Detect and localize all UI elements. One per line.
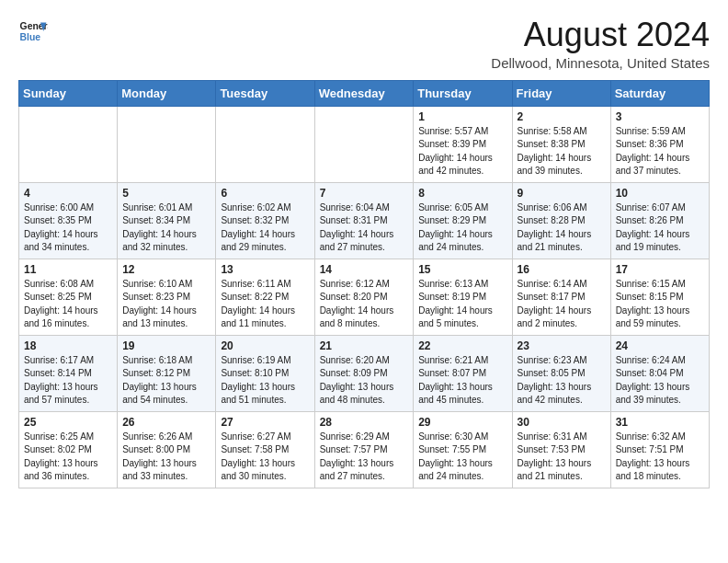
day-info: Sunrise: 6:27 AMSunset: 7:58 PMDaylight:… <box>221 431 309 484</box>
day-number: 9 <box>518 187 606 200</box>
calendar-cell: 16Sunrise: 6:14 AMSunset: 8:17 PMDayligh… <box>512 259 610 335</box>
calendar-table: SundayMondayTuesdayWednesdayThursdayFrid… <box>18 80 710 488</box>
calendar-cell: 17Sunrise: 6:15 AMSunset: 8:15 PMDayligh… <box>610 259 709 335</box>
title-block: August 2024 Dellwood, Minnesota, United … <box>491 17 710 71</box>
col-header-saturday: Saturday <box>610 80 709 106</box>
day-number: 21 <box>320 339 409 352</box>
day-number: 26 <box>122 416 210 429</box>
calendar-cell: 26Sunrise: 6:26 AMSunset: 8:00 PMDayligh… <box>118 411 216 488</box>
calendar-cell: 25Sunrise: 6:25 AMSunset: 8:02 PMDayligh… <box>19 411 118 488</box>
day-info: Sunrise: 6:25 AMSunset: 8:02 PMDaylight:… <box>24 431 112 484</box>
day-number: 4 <box>24 187 112 200</box>
day-number: 17 <box>616 263 704 276</box>
calendar-cell <box>216 106 314 182</box>
day-info: Sunrise: 6:00 AMSunset: 8:35 PMDaylight:… <box>24 201 112 255</box>
calendar-cell <box>118 106 216 182</box>
day-info: Sunrise: 6:30 AMSunset: 7:55 PMDaylight:… <box>418 431 506 484</box>
day-number: 23 <box>518 339 606 352</box>
day-number: 31 <box>616 416 704 429</box>
day-info: Sunrise: 6:12 AMSunset: 8:20 PMDaylight:… <box>320 278 409 331</box>
logo-icon: General Blue <box>18 17 48 46</box>
calendar-cell: 1Sunrise: 5:57 AMSunset: 8:39 PMDaylight… <box>414 106 512 182</box>
day-info: Sunrise: 6:06 AMSunset: 8:28 PMDaylight:… <box>518 201 606 255</box>
day-number: 20 <box>221 339 309 352</box>
day-info: Sunrise: 6:15 AMSunset: 8:15 PMDaylight:… <box>616 278 704 331</box>
day-number: 30 <box>518 416 606 429</box>
col-header-tuesday: Tuesday <box>216 80 314 106</box>
col-header-friday: Friday <box>512 80 610 106</box>
day-number: 15 <box>418 263 506 276</box>
day-info: Sunrise: 6:14 AMSunset: 8:17 PMDaylight:… <box>518 278 606 331</box>
day-number: 19 <box>122 339 210 352</box>
calendar-cell: 10Sunrise: 6:07 AMSunset: 8:26 PMDayligh… <box>610 182 709 259</box>
day-number: 14 <box>320 263 409 276</box>
calendar-cell: 22Sunrise: 6:21 AMSunset: 8:07 PMDayligh… <box>414 335 512 411</box>
calendar-cell: 20Sunrise: 6:19 AMSunset: 8:10 PMDayligh… <box>216 335 314 411</box>
day-number: 10 <box>616 187 704 200</box>
calendar-cell: 19Sunrise: 6:18 AMSunset: 8:12 PMDayligh… <box>118 335 216 411</box>
day-info: Sunrise: 6:01 AMSunset: 8:34 PMDaylight:… <box>122 201 210 255</box>
day-number: 18 <box>24 339 112 352</box>
calendar-cell: 4Sunrise: 6:00 AMSunset: 8:35 PMDaylight… <box>19 182 118 259</box>
day-number: 25 <box>24 416 112 429</box>
day-info: Sunrise: 6:32 AMSunset: 7:51 PMDaylight:… <box>616 431 704 484</box>
calendar-cell: 12Sunrise: 6:10 AMSunset: 8:23 PMDayligh… <box>118 259 216 335</box>
day-info: Sunrise: 6:13 AMSunset: 8:19 PMDaylight:… <box>418 278 506 331</box>
day-number: 8 <box>418 187 506 200</box>
subtitle: Dellwood, Minnesota, United States <box>491 55 710 71</box>
day-number: 27 <box>221 416 309 429</box>
day-info: Sunrise: 6:07 AMSunset: 8:26 PMDaylight:… <box>616 201 704 255</box>
day-number: 29 <box>418 416 506 429</box>
calendar-cell: 6Sunrise: 6:02 AMSunset: 8:32 PMDaylight… <box>216 182 314 259</box>
day-number: 13 <box>221 263 309 276</box>
calendar-week-row: 25Sunrise: 6:25 AMSunset: 8:02 PMDayligh… <box>19 411 710 488</box>
day-info: Sunrise: 6:11 AMSunset: 8:22 PMDaylight:… <box>221 278 309 331</box>
day-number: 2 <box>518 110 606 123</box>
day-number: 24 <box>616 339 704 352</box>
calendar-cell: 18Sunrise: 6:17 AMSunset: 8:14 PMDayligh… <box>19 335 118 411</box>
calendar-cell: 7Sunrise: 6:04 AMSunset: 8:31 PMDaylight… <box>314 182 414 259</box>
calendar-cell: 21Sunrise: 6:20 AMSunset: 8:09 PMDayligh… <box>314 335 414 411</box>
calendar-cell: 14Sunrise: 6:12 AMSunset: 8:20 PMDayligh… <box>314 259 414 335</box>
day-info: Sunrise: 6:18 AMSunset: 8:12 PMDaylight:… <box>122 354 210 408</box>
day-info: Sunrise: 5:59 AMSunset: 8:36 PMDaylight:… <box>616 125 704 178</box>
svg-text:Blue: Blue <box>20 32 41 42</box>
day-info: Sunrise: 6:21 AMSunset: 8:07 PMDaylight:… <box>418 354 506 408</box>
calendar-cell: 5Sunrise: 6:01 AMSunset: 8:34 PMDaylight… <box>118 182 216 259</box>
day-number: 5 <box>122 187 210 200</box>
calendar-cell: 24Sunrise: 6:24 AMSunset: 8:04 PMDayligh… <box>610 335 709 411</box>
day-info: Sunrise: 6:02 AMSunset: 8:32 PMDaylight:… <box>221 201 309 255</box>
col-header-monday: Monday <box>118 80 216 106</box>
day-info: Sunrise: 5:57 AMSunset: 8:39 PMDaylight:… <box>418 125 506 178</box>
calendar-cell: 30Sunrise: 6:31 AMSunset: 7:53 PMDayligh… <box>512 411 610 488</box>
calendar-cell <box>19 106 118 182</box>
day-number: 22 <box>418 339 506 352</box>
day-number: 11 <box>24 263 112 276</box>
calendar-cell <box>314 106 414 182</box>
day-info: Sunrise: 6:31 AMSunset: 7:53 PMDaylight:… <box>518 431 606 484</box>
calendar-cell: 3Sunrise: 5:59 AMSunset: 8:36 PMDaylight… <box>610 106 709 182</box>
calendar-cell: 8Sunrise: 6:05 AMSunset: 8:29 PMDaylight… <box>414 182 512 259</box>
main-title: August 2024 <box>491 17 710 53</box>
calendar-week-row: 1Sunrise: 5:57 AMSunset: 8:39 PMDaylight… <box>19 106 710 182</box>
calendar-cell: 28Sunrise: 6:29 AMSunset: 7:57 PMDayligh… <box>314 411 414 488</box>
col-header-sunday: Sunday <box>19 80 118 106</box>
calendar-cell: 23Sunrise: 6:23 AMSunset: 8:05 PMDayligh… <box>512 335 610 411</box>
calendar-cell: 29Sunrise: 6:30 AMSunset: 7:55 PMDayligh… <box>414 411 512 488</box>
day-info: Sunrise: 6:23 AMSunset: 8:05 PMDaylight:… <box>518 354 606 408</box>
day-info: Sunrise: 6:29 AMSunset: 7:57 PMDaylight:… <box>320 431 409 484</box>
calendar-cell: 31Sunrise: 6:32 AMSunset: 7:51 PMDayligh… <box>610 411 709 488</box>
header: General Blue August 2024 Dellwood, Minne… <box>18 17 710 71</box>
day-number: 3 <box>616 110 704 123</box>
day-info: Sunrise: 6:17 AMSunset: 8:14 PMDaylight:… <box>24 354 112 408</box>
day-info: Sunrise: 6:19 AMSunset: 8:10 PMDaylight:… <box>221 354 309 408</box>
day-info: Sunrise: 6:04 AMSunset: 8:31 PMDaylight:… <box>320 201 409 255</box>
calendar-week-row: 11Sunrise: 6:08 AMSunset: 8:25 PMDayligh… <box>19 259 710 335</box>
day-info: Sunrise: 6:05 AMSunset: 8:29 PMDaylight:… <box>418 201 506 255</box>
day-info: Sunrise: 6:24 AMSunset: 8:04 PMDaylight:… <box>616 354 704 408</box>
calendar-cell: 2Sunrise: 5:58 AMSunset: 8:38 PMDaylight… <box>512 106 610 182</box>
col-header-wednesday: Wednesday <box>314 80 414 106</box>
day-info: Sunrise: 5:58 AMSunset: 8:38 PMDaylight:… <box>518 125 606 178</box>
day-number: 12 <box>122 263 210 276</box>
calendar-cell: 9Sunrise: 6:06 AMSunset: 8:28 PMDaylight… <box>512 182 610 259</box>
